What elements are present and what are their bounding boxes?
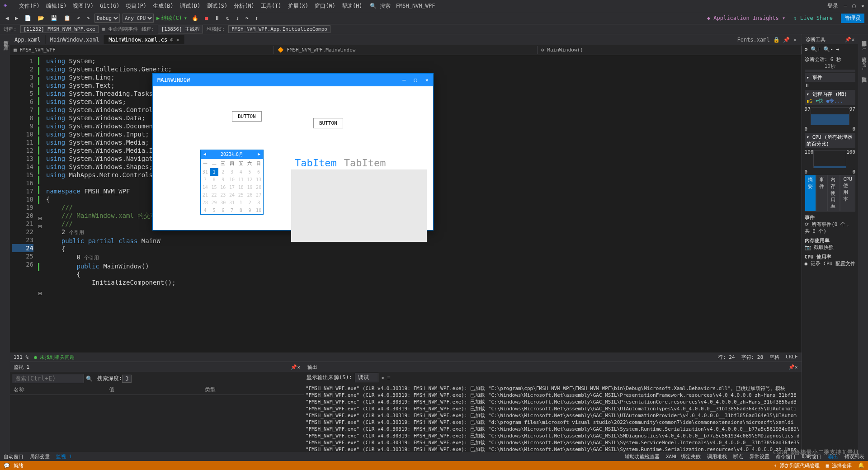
cal-day[interactable]: 12 bbox=[245, 176, 255, 183]
nav-project[interactable]: ▦ FMSH_NVM_WPF bbox=[10, 46, 274, 54]
indent-mode[interactable]: 空格 bbox=[769, 354, 779, 361]
menu-extensions[interactable]: 扩展(X) bbox=[285, 1, 311, 11]
issues-indicator[interactable]: ● 未找到相关问题 bbox=[34, 354, 75, 361]
output-body[interactable]: "FMSH_NVM_WPF.exe" (CLR v4.0.30319: FMSH… bbox=[304, 383, 802, 452]
redo-icon[interactable]: ↷ bbox=[85, 14, 92, 22]
cal-day[interactable]: 31 bbox=[201, 168, 210, 176]
panel-pin-icon[interactable]: 📌 bbox=[845, 37, 851, 42]
minimize-icon[interactable]: — bbox=[844, 3, 847, 9]
new-item-icon[interactable]: 📄 bbox=[23, 14, 33, 22]
cal-day[interactable]: 10 bbox=[227, 176, 236, 183]
panel-pin-icon[interactable]: 📌 bbox=[291, 364, 297, 370]
cal-day[interactable]: 6 bbox=[218, 207, 227, 214]
diag-tab-memory[interactable]: 内存使用率 bbox=[827, 175, 840, 212]
cal-day[interactable]: 1 bbox=[236, 199, 245, 207]
cal-day[interactable]: 7 bbox=[201, 176, 210, 183]
tab-locals[interactable]: 局部变量 bbox=[30, 453, 50, 460]
live-share-button[interactable]: ⇪ Live Share bbox=[793, 15, 833, 21]
watch-col-name[interactable]: 名称 bbox=[14, 386, 109, 394]
cal-day[interactable]: 6 bbox=[254, 168, 263, 176]
app-close-icon[interactable]: ✕ bbox=[425, 77, 429, 83]
running-app-window[interactable]: MAINWINDOW — ▢ ✕ BUTTON BUTTON ◀ 2023年8月… bbox=[152, 73, 434, 230]
cal-day[interactable]: 25 bbox=[236, 191, 245, 199]
app-titlebar[interactable]: MAINWINDOW — ▢ ✕ bbox=[153, 74, 433, 86]
cal-day[interactable]: 5 bbox=[210, 207, 219, 214]
wpf-button-2[interactable]: BUTTON bbox=[313, 118, 343, 128]
cal-day[interactable]: 2 bbox=[218, 168, 227, 176]
diag-settings-icon[interactable]: ⚙ bbox=[805, 46, 808, 52]
nav-class[interactable]: 🔶 FMSH_NVM_WPF.MainWindow bbox=[274, 46, 538, 54]
step-over-icon[interactable]: ↷ bbox=[244, 14, 250, 22]
menu-view[interactable]: 视图(V) bbox=[70, 1, 96, 11]
cal-day[interactable]: 5 bbox=[245, 168, 255, 176]
stackframe-dropdown[interactable]: FMSH_NVM_WPF.App.InitializeCompo bbox=[228, 25, 330, 33]
cal-day[interactable]: 16 bbox=[218, 183, 227, 191]
tab-exceptions[interactable]: 异常设置 bbox=[750, 453, 769, 460]
stop-icon[interactable]: ■ bbox=[203, 14, 210, 22]
wpf-calendar[interactable]: ◀ 2023年8月 ▶ 一二三四五六日311234567891011121314… bbox=[200, 150, 264, 215]
left-sidebar-tabs[interactable]: 数据源工具箱 bbox=[0, 34, 10, 452]
tab-callstack[interactable]: 调用堆栈 bbox=[707, 453, 727, 460]
cal-day[interactable]: 11 bbox=[236, 176, 245, 183]
diag-events-link[interactable]: ⟳ 所有事件(0 个，共 0 个) bbox=[805, 221, 855, 235]
watch-search-input[interactable] bbox=[12, 374, 84, 383]
cal-day[interactable]: 19 bbox=[245, 183, 255, 191]
step-out-icon[interactable]: ↑ bbox=[253, 14, 260, 22]
tab-pin-icon[interactable]: ⊕ bbox=[170, 37, 173, 43]
menu-help[interactable]: 帮助(H) bbox=[339, 1, 365, 11]
restart-icon[interactable]: ↻ bbox=[224, 14, 231, 22]
diag-tab-cpu[interactable]: CPU 使用率 bbox=[840, 175, 855, 212]
cal-day[interactable]: 8 bbox=[236, 207, 245, 214]
cal-day[interactable]: 10 bbox=[254, 207, 263, 214]
nav-member[interactable]: ⚙ MainWindow() bbox=[538, 46, 802, 54]
cal-day[interactable]: 24 bbox=[227, 191, 236, 199]
memory-chart[interactable] bbox=[811, 107, 849, 125]
cal-day[interactable]: 13 bbox=[254, 176, 263, 183]
open-icon[interactable]: 📂 bbox=[36, 14, 46, 22]
cal-day[interactable]: 4 bbox=[201, 207, 210, 214]
watch-body[interactable] bbox=[10, 395, 304, 452]
panel-close-icon[interactable]: ✕ bbox=[851, 37, 854, 42]
undo-icon[interactable]: ↶ bbox=[75, 14, 82, 22]
notifications-icon[interactable]: 🔔 bbox=[858, 462, 864, 469]
cal-day[interactable]: 28 bbox=[201, 199, 210, 207]
cpu-chart[interactable] bbox=[813, 150, 846, 168]
menu-git[interactable]: Git(G) bbox=[97, 2, 122, 10]
panel-pin-icon[interactable]: 📌 bbox=[788, 364, 795, 370]
config-dropdown[interactable]: Debug bbox=[94, 14, 120, 23]
diag-events-header[interactable]: ▾ 事件 bbox=[805, 73, 855, 82]
tab-accessibility[interactable]: 辅助功能检查器 bbox=[625, 453, 660, 460]
app-insights-button[interactable]: ◆ Application Insights ▾ bbox=[707, 15, 785, 21]
cal-day[interactable]: 2 bbox=[245, 199, 255, 207]
search-box[interactable]: 🔍 搜索 bbox=[370, 2, 391, 10]
zoom-out-icon[interactable]: 🔍- bbox=[823, 46, 833, 52]
cal-day[interactable]: 22 bbox=[210, 191, 219, 199]
pause-icon[interactable]: ⏸ bbox=[212, 14, 222, 22]
zoom-level[interactable]: 131 % bbox=[14, 354, 28, 360]
nav-fwd-icon[interactable]: ▶ bbox=[13, 14, 20, 22]
menu-debug[interactable]: 调试(D) bbox=[177, 1, 203, 11]
tab-close-icon[interactable]: ✕ bbox=[176, 37, 179, 43]
step-into-icon[interactable]: ↓ bbox=[234, 14, 241, 22]
app-maximize-icon[interactable]: ▢ bbox=[414, 77, 417, 83]
wrap-icon[interactable]: ≡ bbox=[387, 375, 390, 381]
menu-window[interactable]: 窗口(W) bbox=[312, 1, 338, 11]
diag-record-cpu-link[interactable]: ● 记录 CPU 配置文件 bbox=[805, 260, 855, 267]
menu-analyze[interactable]: 分析(N) bbox=[231, 1, 257, 11]
hot-reload-icon[interactable]: 🔥 bbox=[190, 14, 200, 22]
menu-test[interactable]: 测试(S) bbox=[204, 1, 230, 11]
cal-day[interactable]: 18 bbox=[236, 183, 245, 191]
cal-day[interactable]: 26 bbox=[245, 191, 255, 199]
zoom-reset-icon[interactable]: ↔ bbox=[836, 46, 839, 52]
cal-day[interactable]: 4 bbox=[236, 168, 245, 176]
diag-tab-summary[interactable]: 摘要 bbox=[805, 175, 816, 212]
cal-day[interactable]: 21 bbox=[201, 191, 210, 199]
panel-close-icon[interactable]: ✕ bbox=[795, 364, 798, 370]
wpf-button-1[interactable]: BUTTON bbox=[232, 111, 262, 122]
save-icon[interactable]: 💾 bbox=[49, 14, 59, 22]
cal-day[interactable]: 14 bbox=[201, 183, 210, 191]
tab-fonts-xaml[interactable]: Fonts.xaml 🔒 📌 ✕ bbox=[732, 35, 801, 44]
thread-dropdown[interactable]: [13856] 主线程 bbox=[158, 25, 203, 33]
cal-day[interactable]: 7 bbox=[227, 207, 236, 214]
output-source-dropdown[interactable]: 调试 bbox=[355, 373, 378, 382]
